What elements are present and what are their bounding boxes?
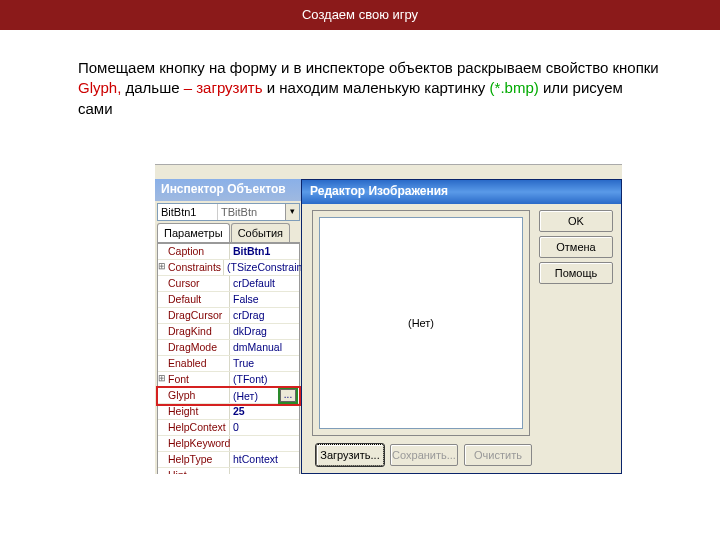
ok-button[interactable]: OK xyxy=(539,210,613,232)
component-combo[interactable]: BitBtn1 TBitBtn ▾ xyxy=(157,203,300,221)
property-value[interactable]: dmManual xyxy=(230,340,299,355)
page-header: Создаем свою игру xyxy=(0,0,720,30)
property-row[interactable]: HelpKeyword xyxy=(158,436,299,452)
cancel-button[interactable]: Отмена xyxy=(539,236,613,258)
property-row[interactable]: CursorcrDefault xyxy=(158,276,299,292)
dialog-title: Редактор Изображения xyxy=(302,180,621,204)
property-name: HelpType xyxy=(158,452,230,467)
tab-events[interactable]: События xyxy=(231,223,290,242)
property-name: Default xyxy=(158,292,230,307)
object-inspector: Инспектор Объектов BitBtn1 TBitBtn ▾ Пар… xyxy=(155,179,302,474)
property-name: Height xyxy=(158,404,230,419)
property-name: Glyph xyxy=(158,388,230,403)
property-row[interactable]: DefaultFalse xyxy=(158,292,299,308)
property-name: Enabled xyxy=(158,356,230,371)
dialog-body: (Нет) OK Отмена Помощь Загрузить... Сохр… xyxy=(302,204,621,473)
header-title: Создаем свою игру xyxy=(302,7,418,22)
tab-properties[interactable]: Параметры xyxy=(157,223,230,242)
inspector-title: Инспектор Объектов xyxy=(155,179,302,201)
property-value[interactable]: (TFont) xyxy=(230,372,299,387)
dialog-bottom-buttons: Загрузить... Сохранить... Очистить xyxy=(316,444,532,466)
property-name: Hint xyxy=(158,468,230,474)
load-button[interactable]: Загрузить... xyxy=(316,444,384,466)
property-value[interactable]: crDrag xyxy=(230,308,299,323)
property-name: Cursor xyxy=(158,276,230,291)
property-value[interactable]: 0 xyxy=(230,420,299,435)
property-row[interactable]: HelpContext0 xyxy=(158,420,299,436)
property-value[interactable]: (TSizeConstrain xyxy=(224,260,305,275)
property-row[interactable]: DragKinddkDrag xyxy=(158,324,299,340)
property-row[interactable]: Glyph(Нет)... xyxy=(158,388,299,404)
property-value[interactable] xyxy=(230,436,299,451)
property-value[interactable]: False xyxy=(230,292,299,307)
inspector-tabs: Параметры События xyxy=(157,223,300,243)
component-type: TBitBtn xyxy=(218,204,285,220)
property-value[interactable]: crDefault xyxy=(230,276,299,291)
property-row[interactable]: HelpTypehtContext xyxy=(158,452,299,468)
property-name: Font xyxy=(158,372,230,387)
image-preview: (Нет) xyxy=(319,217,523,429)
screenshot-region: Инспектор Объектов BitBtn1 TBitBtn ▾ Пар… xyxy=(155,164,622,474)
property-name: Constraints xyxy=(158,260,224,275)
save-button[interactable]: Сохранить... xyxy=(390,444,458,466)
preview-placeholder: (Нет) xyxy=(408,317,434,329)
dialog-side-buttons: OK Отмена Помощь xyxy=(539,210,613,288)
property-name: Caption xyxy=(158,244,230,259)
property-name: DragKind xyxy=(158,324,230,339)
property-row[interactable]: Font(TFont) xyxy=(158,372,299,388)
chevron-down-icon[interactable]: ▾ xyxy=(285,204,299,220)
property-row[interactable]: DragCursorcrDrag xyxy=(158,308,299,324)
property-name: DragCursor xyxy=(158,308,230,323)
help-button[interactable]: Помощь xyxy=(539,262,613,284)
property-value[interactable]: BitBtn1 xyxy=(230,244,299,259)
ellipsis-button[interactable]: ... xyxy=(280,389,296,402)
property-row[interactable]: Height25 xyxy=(158,404,299,420)
property-value[interactable]: 25 xyxy=(230,404,299,419)
component-name: BitBtn1 xyxy=(158,204,218,220)
instruction-text: Помещаем кнопку на форму и в инспекторе … xyxy=(0,30,720,139)
image-editor-dialog: Редактор Изображения (Нет) OK Отмена Пом… xyxy=(301,179,622,474)
property-value[interactable]: True xyxy=(230,356,299,371)
property-value[interactable]: (Нет)... xyxy=(230,388,299,403)
image-preview-frame: (Нет) xyxy=(312,210,530,436)
window-fragment xyxy=(155,165,622,179)
property-row[interactable]: Hint xyxy=(158,468,299,474)
properties-grid: CaptionBitBtn1Constraints(TSizeConstrain… xyxy=(157,243,300,474)
property-row[interactable]: Constraints(TSizeConstrain xyxy=(158,260,299,276)
property-value[interactable] xyxy=(230,468,299,474)
property-name: HelpKeyword xyxy=(158,436,230,451)
property-name: DragMode xyxy=(158,340,230,355)
property-value[interactable]: dkDrag xyxy=(230,324,299,339)
property-value[interactable]: htContext xyxy=(230,452,299,467)
clear-button[interactable]: Очистить xyxy=(464,444,532,466)
property-row[interactable]: EnabledTrue xyxy=(158,356,299,372)
property-row[interactable]: CaptionBitBtn1 xyxy=(158,244,299,260)
property-name: HelpContext xyxy=(158,420,230,435)
property-row[interactable]: DragModedmManual xyxy=(158,340,299,356)
